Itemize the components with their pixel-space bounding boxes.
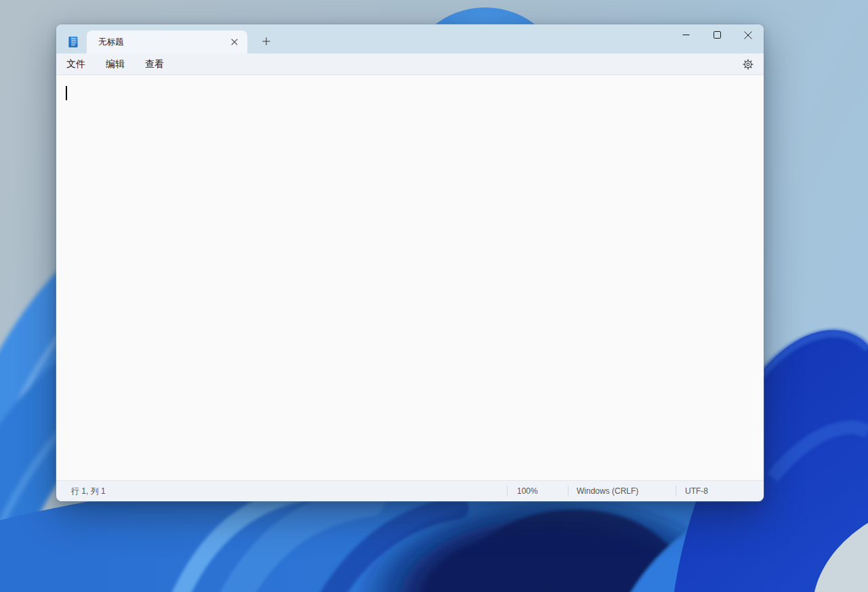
window-controls — [670, 24, 764, 45]
minimize-icon — [682, 31, 690, 39]
menubar: 文件 编辑 查看 — [56, 54, 764, 75]
zoom-level[interactable]: 100% — [507, 486, 568, 496]
tab-title: 无标题 — [98, 37, 227, 48]
plus-icon — [262, 37, 270, 45]
minimize-button[interactable] — [670, 24, 701, 45]
text-caret — [66, 86, 67, 100]
titlebar[interactable]: 无标题 — [56, 24, 764, 54]
notepad-window: 无标题 — [56, 24, 764, 501]
text-editor[interactable] — [56, 75, 764, 480]
desktop: 无标题 — [0, 0, 868, 592]
encoding[interactable]: UTF-8 — [676, 486, 764, 496]
gear-icon — [743, 59, 753, 70]
close-button[interactable] — [732, 24, 764, 45]
menu-edit[interactable]: 编辑 — [100, 56, 130, 72]
maximize-icon — [714, 31, 721, 39]
maximize-button[interactable] — [701, 24, 732, 45]
menu-view[interactable]: 查看 — [140, 56, 169, 72]
tab-untitled[interactable]: 无标题 — [87, 30, 247, 54]
settings-button[interactable] — [737, 56, 760, 73]
menu-file[interactable]: 文件 — [61, 56, 91, 72]
close-icon — [231, 39, 238, 45]
cursor-position: 行 1, 列 1 — [56, 486, 507, 497]
close-icon — [744, 31, 752, 39]
notepad-icon — [67, 35, 79, 49]
statusbar: 行 1, 列 1 100% Windows (CRLF) UTF-8 — [56, 480, 764, 501]
new-tab-button[interactable] — [257, 32, 276, 51]
line-ending[interactable]: Windows (CRLF) — [568, 486, 676, 496]
tab-close-button[interactable] — [227, 35, 242, 49]
